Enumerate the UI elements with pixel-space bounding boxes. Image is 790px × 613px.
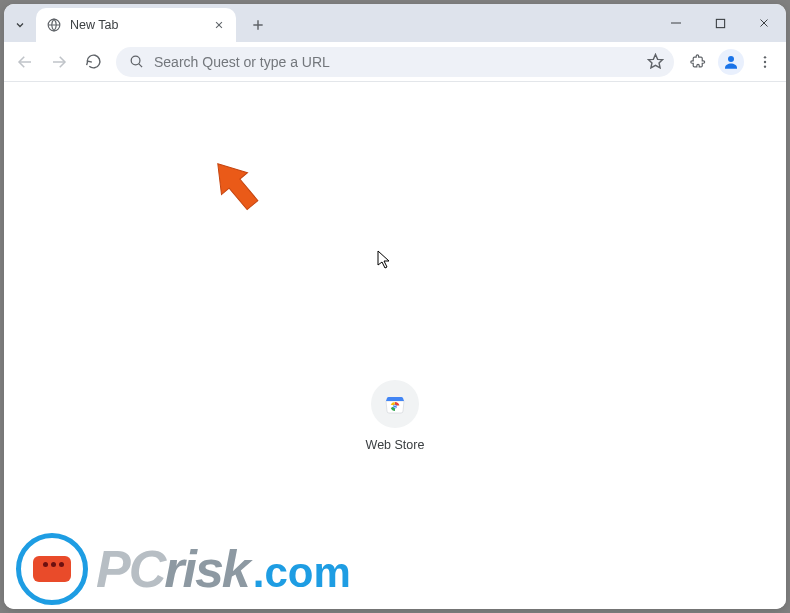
callout-arrow: [204, 154, 274, 228]
close-icon: [214, 20, 224, 30]
svg-line-13: [138, 64, 141, 67]
browser-tab[interactable]: New Tab: [36, 8, 236, 42]
tab-strip: New Tab: [4, 4, 786, 42]
address-bar[interactable]: [116, 47, 674, 77]
extensions-button[interactable]: [682, 47, 712, 77]
toolbar: [4, 42, 786, 82]
reload-icon: [85, 53, 102, 70]
tab-close-button[interactable]: [210, 16, 228, 34]
address-input[interactable]: [154, 54, 636, 70]
maximize-icon: [715, 18, 726, 29]
svg-marker-14: [648, 54, 662, 67]
watermark: PCrisk.com: [16, 533, 351, 605]
shortcut-label: Web Store: [340, 438, 450, 452]
browser-window: New Tab: [4, 4, 786, 609]
reload-button[interactable]: [78, 47, 108, 77]
window-maximize-button[interactable]: [698, 4, 742, 42]
forward-button[interactable]: [44, 47, 74, 77]
svg-marker-23: [205, 154, 266, 216]
svg-point-16: [764, 56, 766, 58]
shortcut-web-store[interactable]: Web Store: [340, 380, 450, 452]
close-icon: [758, 17, 770, 29]
watermark-badge-icon: [16, 533, 88, 605]
minimize-icon: [670, 17, 682, 29]
shortcut-icon-wrap: [371, 380, 419, 428]
svg-point-22: [394, 405, 396, 407]
tab-search-button[interactable]: [10, 15, 30, 35]
svg-rect-7: [716, 19, 724, 27]
plus-icon: [251, 18, 265, 32]
globe-icon: [46, 17, 62, 33]
window-close-button[interactable]: [742, 4, 786, 42]
svg-point-15: [728, 56, 734, 62]
arrow-left-icon: [16, 53, 34, 71]
profile-button[interactable]: [718, 49, 744, 75]
bookmark-button[interactable]: [646, 53, 664, 71]
dots-vertical-icon: [757, 54, 773, 70]
arrow-right-icon: [50, 53, 68, 71]
window-controls: [654, 4, 786, 42]
svg-point-17: [764, 60, 766, 62]
chevron-down-icon: [14, 19, 26, 31]
cursor-icon: [377, 250, 393, 274]
person-icon: [722, 53, 740, 71]
window-minimize-button[interactable]: [654, 4, 698, 42]
new-tab-button[interactable]: [244, 11, 272, 39]
extension-icon: [689, 53, 706, 70]
back-button[interactable]: [10, 47, 40, 77]
menu-button[interactable]: [750, 47, 780, 77]
svg-point-18: [764, 65, 766, 67]
star-icon: [647, 53, 664, 70]
watermark-text: PCrisk.com: [96, 543, 351, 595]
tab-title: New Tab: [70, 18, 202, 32]
new-tab-page: Web Store PCrisk.com: [4, 82, 786, 609]
search-icon: [128, 54, 144, 70]
svg-point-12: [131, 56, 140, 65]
chrome-webstore-icon: [383, 392, 407, 416]
